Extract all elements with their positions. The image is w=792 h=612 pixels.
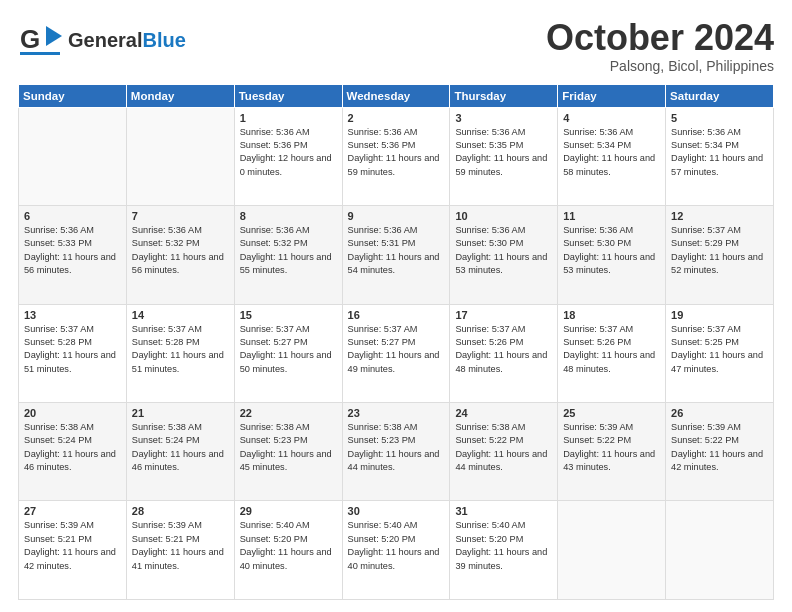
day-number: 20: [24, 407, 121, 419]
page: G GeneralBlue October 2024 Palsong, Bico…: [0, 0, 792, 612]
sunset-text: Sunset: 5:22 PM: [455, 434, 552, 447]
day-number: 12: [671, 210, 768, 222]
sunrise-text: Sunrise: 5:36 AM: [455, 126, 552, 139]
header: G GeneralBlue October 2024 Palsong, Bico…: [18, 18, 774, 74]
sunset-text: Sunset: 5:26 PM: [455, 336, 552, 349]
calendar-cell: 24Sunrise: 5:38 AMSunset: 5:22 PMDayligh…: [450, 403, 558, 501]
day-info: Sunrise: 5:37 AMSunset: 5:27 PMDaylight:…: [240, 323, 337, 376]
daylight-text: Daylight: 11 hours and 59 minutes.: [455, 152, 552, 179]
calendar-body: 1Sunrise: 5:36 AMSunset: 5:36 PMDaylight…: [19, 107, 774, 599]
calendar-cell: 19Sunrise: 5:37 AMSunset: 5:25 PMDayligh…: [666, 304, 774, 402]
calendar-cell: 30Sunrise: 5:40 AMSunset: 5:20 PMDayligh…: [342, 501, 450, 600]
sunset-text: Sunset: 5:27 PM: [240, 336, 337, 349]
weekday-header-tuesday: Tuesday: [234, 84, 342, 107]
calendar-cell: 18Sunrise: 5:37 AMSunset: 5:26 PMDayligh…: [558, 304, 666, 402]
sunrise-text: Sunrise: 5:37 AM: [563, 323, 660, 336]
sunrise-text: Sunrise: 5:36 AM: [563, 126, 660, 139]
calendar-table: SundayMondayTuesdayWednesdayThursdayFrid…: [18, 84, 774, 600]
calendar-cell: 31Sunrise: 5:40 AMSunset: 5:20 PMDayligh…: [450, 501, 558, 600]
calendar-cell: 16Sunrise: 5:37 AMSunset: 5:27 PMDayligh…: [342, 304, 450, 402]
sunrise-text: Sunrise: 5:40 AM: [348, 519, 445, 532]
day-info: Sunrise: 5:40 AMSunset: 5:20 PMDaylight:…: [240, 519, 337, 572]
sunset-text: Sunset: 5:24 PM: [132, 434, 229, 447]
calendar-cell: 11Sunrise: 5:36 AMSunset: 5:30 PMDayligh…: [558, 206, 666, 304]
day-info: Sunrise: 5:36 AMSunset: 5:31 PMDaylight:…: [348, 224, 445, 277]
sunrise-text: Sunrise: 5:37 AM: [240, 323, 337, 336]
sunrise-text: Sunrise: 5:39 AM: [563, 421, 660, 434]
daylight-text: Daylight: 11 hours and 43 minutes.: [563, 448, 660, 475]
week-row-1: 1Sunrise: 5:36 AMSunset: 5:36 PMDaylight…: [19, 107, 774, 205]
day-number: 9: [348, 210, 445, 222]
sunrise-text: Sunrise: 5:38 AM: [240, 421, 337, 434]
daylight-text: Daylight: 11 hours and 53 minutes.: [455, 251, 552, 278]
location: Palsong, Bicol, Philippines: [546, 58, 774, 74]
day-number: 18: [563, 309, 660, 321]
calendar-cell: 4Sunrise: 5:36 AMSunset: 5:34 PMDaylight…: [558, 107, 666, 205]
week-row-4: 20Sunrise: 5:38 AMSunset: 5:24 PMDayligh…: [19, 403, 774, 501]
calendar-cell: 17Sunrise: 5:37 AMSunset: 5:26 PMDayligh…: [450, 304, 558, 402]
day-info: Sunrise: 5:39 AMSunset: 5:22 PMDaylight:…: [671, 421, 768, 474]
sunrise-text: Sunrise: 5:38 AM: [132, 421, 229, 434]
sunrise-text: Sunrise: 5:39 AM: [132, 519, 229, 532]
daylight-text: Daylight: 11 hours and 56 minutes.: [24, 251, 121, 278]
sunrise-text: Sunrise: 5:37 AM: [455, 323, 552, 336]
day-number: 4: [563, 112, 660, 124]
sunset-text: Sunset: 5:32 PM: [240, 237, 337, 250]
day-info: Sunrise: 5:36 AMSunset: 5:32 PMDaylight:…: [240, 224, 337, 277]
day-number: 3: [455, 112, 552, 124]
day-number: 16: [348, 309, 445, 321]
daylight-text: Daylight: 11 hours and 52 minutes.: [671, 251, 768, 278]
daylight-text: Daylight: 11 hours and 44 minutes.: [455, 448, 552, 475]
daylight-text: Daylight: 11 hours and 48 minutes.: [455, 349, 552, 376]
daylight-text: Daylight: 11 hours and 56 minutes.: [132, 251, 229, 278]
sunrise-text: Sunrise: 5:40 AM: [240, 519, 337, 532]
calendar-cell: 9Sunrise: 5:36 AMSunset: 5:31 PMDaylight…: [342, 206, 450, 304]
svg-rect-2: [20, 52, 60, 55]
day-number: 14: [132, 309, 229, 321]
svg-text:G: G: [20, 24, 40, 54]
calendar-cell: 5Sunrise: 5:36 AMSunset: 5:34 PMDaylight…: [666, 107, 774, 205]
day-number: 11: [563, 210, 660, 222]
day-info: Sunrise: 5:38 AMSunset: 5:24 PMDaylight:…: [24, 421, 121, 474]
sunset-text: Sunset: 5:25 PM: [671, 336, 768, 349]
calendar-cell: 21Sunrise: 5:38 AMSunset: 5:24 PMDayligh…: [126, 403, 234, 501]
sunset-text: Sunset: 5:23 PM: [348, 434, 445, 447]
sunset-text: Sunset: 5:20 PM: [348, 533, 445, 546]
sunset-text: Sunset: 5:30 PM: [563, 237, 660, 250]
weekday-header-thursday: Thursday: [450, 84, 558, 107]
sunrise-text: Sunrise: 5:36 AM: [671, 126, 768, 139]
calendar-cell: [19, 107, 127, 205]
calendar-cell: 26Sunrise: 5:39 AMSunset: 5:22 PMDayligh…: [666, 403, 774, 501]
sunrise-text: Sunrise: 5:36 AM: [24, 224, 121, 237]
calendar-cell: [558, 501, 666, 600]
calendar-cell: 13Sunrise: 5:37 AMSunset: 5:28 PMDayligh…: [19, 304, 127, 402]
weekday-header-saturday: Saturday: [666, 84, 774, 107]
calendar-cell: 6Sunrise: 5:36 AMSunset: 5:33 PMDaylight…: [19, 206, 127, 304]
day-info: Sunrise: 5:38 AMSunset: 5:24 PMDaylight:…: [132, 421, 229, 474]
calendar-cell: [126, 107, 234, 205]
calendar-cell: 27Sunrise: 5:39 AMSunset: 5:21 PMDayligh…: [19, 501, 127, 600]
sunrise-text: Sunrise: 5:36 AM: [240, 126, 337, 139]
day-info: Sunrise: 5:36 AMSunset: 5:30 PMDaylight:…: [455, 224, 552, 277]
day-number: 8: [240, 210, 337, 222]
logo: G GeneralBlue: [18, 18, 186, 62]
daylight-text: Daylight: 11 hours and 46 minutes.: [132, 448, 229, 475]
day-number: 31: [455, 505, 552, 517]
day-number: 27: [24, 505, 121, 517]
sunset-text: Sunset: 5:22 PM: [671, 434, 768, 447]
sunset-text: Sunset: 5:24 PM: [24, 434, 121, 447]
sunset-text: Sunset: 5:32 PM: [132, 237, 229, 250]
day-number: 5: [671, 112, 768, 124]
sunrise-text: Sunrise: 5:36 AM: [240, 224, 337, 237]
logo-blue: Blue: [142, 29, 185, 51]
day-info: Sunrise: 5:37 AMSunset: 5:27 PMDaylight:…: [348, 323, 445, 376]
svg-marker-1: [46, 26, 62, 46]
day-number: 19: [671, 309, 768, 321]
day-info: Sunrise: 5:38 AMSunset: 5:22 PMDaylight:…: [455, 421, 552, 474]
sunrise-text: Sunrise: 5:37 AM: [24, 323, 121, 336]
daylight-text: Daylight: 11 hours and 42 minutes.: [24, 546, 121, 573]
sunrise-text: Sunrise: 5:36 AM: [348, 224, 445, 237]
day-number: 23: [348, 407, 445, 419]
sunrise-text: Sunrise: 5:38 AM: [348, 421, 445, 434]
sunrise-text: Sunrise: 5:36 AM: [563, 224, 660, 237]
